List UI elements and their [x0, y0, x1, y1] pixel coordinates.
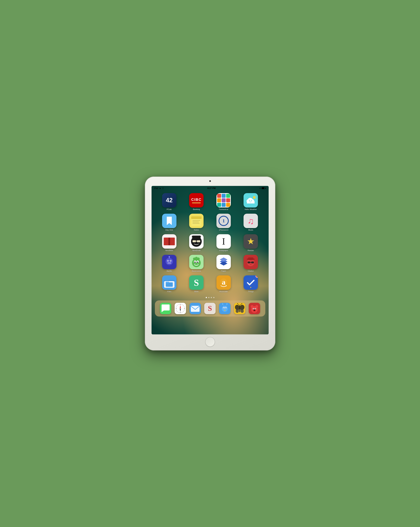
- app-paper[interactable]: Paper: [216, 255, 231, 272]
- svg-text:★: ★: [247, 236, 255, 246]
- app-files[interactable]: Files: [162, 275, 177, 293]
- svg-rect-105: [191, 306, 199, 312]
- svg-point-135: [253, 309, 254, 309]
- svg-rect-41: [193, 240, 196, 242]
- app-instapaper[interactable]: I Instapaper: [216, 234, 231, 252]
- ipad-scene: iPad ▲ ⬡ 8:27 PM ✦ 42: [145, 176, 275, 351]
- battery-indicator: [262, 187, 266, 189]
- svg-rect-36: [168, 238, 170, 245]
- svg-point-126: [237, 303, 238, 304]
- screen-mirroring-icon: ⬡: [162, 187, 164, 189]
- svg-rect-78: [250, 262, 252, 263]
- app-neubible[interactable]: NeuBible: [162, 234, 177, 252]
- svg-point-67: [197, 257, 200, 260]
- app-helloweather[interactable]: Hello Weather: [243, 193, 258, 210]
- svg-point-116: [222, 303, 223, 305]
- svg-point-112: [223, 308, 224, 308]
- svg-text:1: 1: [222, 218, 225, 223]
- status-right: ✦: [259, 187, 266, 189]
- svg-point-93: [250, 287, 251, 288]
- dock: S: [155, 300, 265, 317]
- svg-rect-6: [226, 198, 230, 202]
- app-music[interactable]: ♫ Music: [243, 214, 258, 231]
- svg-point-52: [167, 261, 168, 261]
- time-display: 8:27 PM: [207, 187, 216, 189]
- svg-rect-3: [226, 194, 230, 198]
- page-dot-4[interactable]: [213, 297, 214, 298]
- svg-rect-43: [196, 241, 197, 242]
- app-grid: 42 PCalc CIBC Banking: [152, 190, 269, 295]
- app-gladys[interactable]: Gladys: [243, 255, 258, 272]
- svg-rect-54: [167, 263, 171, 263]
- svg-rect-27: [193, 223, 199, 224]
- svg-rect-75: [248, 257, 253, 260]
- page-dot-2[interactable]: [208, 297, 210, 298]
- bluetooth-icon: ✦: [259, 187, 261, 189]
- svg-point-138: [254, 310, 255, 311]
- app-basecamp[interactable]: Basecamp: [189, 255, 204, 272]
- app-pcalc[interactable]: 42 PCalc: [162, 193, 177, 210]
- svg-rect-2: [222, 194, 226, 198]
- ipad-label: iPad: [154, 187, 158, 189]
- page-indicator: [152, 295, 269, 300]
- ipad-shell: iPad ▲ ⬡ 8:27 PM ✦ 42: [145, 176, 275, 351]
- svg-point-58: [192, 258, 201, 267]
- app-dayone[interactable]: Day One: [162, 214, 177, 231]
- svg-point-16: [251, 200, 252, 201]
- dock-mail[interactable]: [189, 303, 201, 314]
- svg-rect-77: [251, 262, 254, 263]
- svg-rect-26: [193, 222, 199, 222]
- page-dot-3[interactable]: [211, 297, 212, 298]
- app-nextdraft[interactable]: NextDraft: [189, 234, 204, 252]
- svg-point-100: [180, 304, 181, 305]
- app-reeder[interactable]: ★ Reeder: [243, 234, 258, 252]
- app-cibc[interactable]: CIBC Banking: [189, 193, 204, 210]
- svg-point-64: [198, 262, 198, 262]
- svg-rect-1: [217, 194, 221, 198]
- app-apollo[interactable]: Apollo: [162, 255, 177, 272]
- app-fantastical[interactable]: Fantastical: [216, 193, 231, 210]
- svg-point-118: [226, 303, 227, 305]
- svg-point-61: [194, 262, 196, 263]
- page-dot-1[interactable]: [206, 297, 207, 298]
- dock-tweetbot[interactable]: [219, 303, 231, 314]
- app-things[interactable]: 4 Things: [243, 275, 258, 293]
- home-button[interactable]: [205, 337, 215, 347]
- svg-point-103: [184, 308, 185, 309]
- svg-rect-34: [164, 238, 169, 245]
- svg-rect-9: [226, 203, 230, 207]
- svg-point-102: [176, 308, 177, 309]
- wifi-icon: ▲: [159, 187, 161, 189]
- status-left: iPad ▲ ⬡: [154, 187, 164, 189]
- svg-rect-5: [222, 198, 226, 202]
- svg-point-49: [166, 258, 173, 265]
- status-bar: iPad ▲ ⬡ 8:27 PM ✦: [152, 186, 269, 190]
- svg-point-132: [255, 305, 258, 308]
- svg-point-136: [255, 309, 256, 309]
- svg-point-79: [250, 264, 252, 265]
- things-badge: 4: [255, 275, 258, 278]
- dock-bear[interactable]: [249, 303, 260, 314]
- svg-rect-124: [239, 306, 240, 312]
- dock-tes[interactable]: [234, 303, 245, 314]
- svg-rect-7: [217, 203, 221, 207]
- svg-text:I: I: [222, 236, 225, 247]
- svg-rect-76: [248, 262, 250, 263]
- svg-rect-84: [166, 282, 169, 283]
- app-associate[interactable]: a Associate: [216, 275, 231, 293]
- svg-point-62: [197, 262, 198, 263]
- svg-point-53: [170, 261, 171, 261]
- dock-messages[interactable]: [160, 303, 171, 314]
- svg-text:a: a: [222, 278, 225, 286]
- svg-point-17: [253, 196, 255, 199]
- svg-rect-40: [192, 236, 200, 237]
- svg-point-131: [251, 305, 254, 308]
- app-onepassword[interactable]: 1 1Password: [216, 214, 231, 231]
- app-blink[interactable]: S Blink: [189, 275, 204, 293]
- svg-point-101: [180, 312, 181, 313]
- svg-text:♫: ♫: [248, 216, 254, 226]
- app-notes[interactable]: Notes: [189, 214, 204, 231]
- dock-safari[interactable]: [175, 303, 186, 314]
- svg-rect-42: [197, 240, 200, 242]
- dock-scrivener[interactable]: S: [204, 303, 216, 314]
